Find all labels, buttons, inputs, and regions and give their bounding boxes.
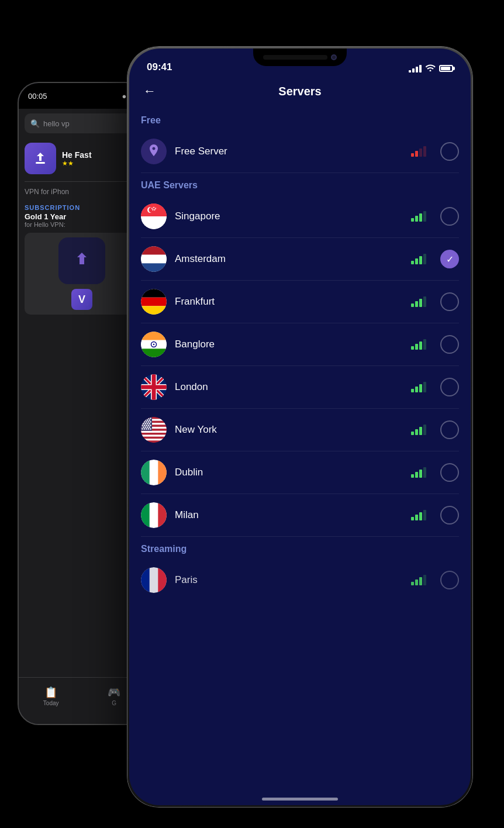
svg-rect-51 bbox=[141, 434, 167, 436]
signal-bar-3 bbox=[416, 67, 418, 73]
server-item-dublin[interactable]: Dublin bbox=[141, 451, 459, 494]
banglore-select[interactable] bbox=[440, 335, 459, 354]
du-sig-4 bbox=[423, 467, 426, 478]
background-phone: 00:05 ●●● 🔍 hello vp He Fast ★★ bbox=[18, 82, 146, 725]
am-sig-1 bbox=[411, 261, 414, 264]
svg-rect-98 bbox=[141, 567, 150, 593]
pa-sig-2 bbox=[415, 579, 418, 585]
svg-point-73 bbox=[149, 423, 150, 424]
paris-select[interactable] bbox=[440, 571, 459, 589]
svg-point-66 bbox=[144, 421, 145, 422]
svg-point-82 bbox=[149, 426, 150, 427]
wifi-icon bbox=[425, 63, 436, 73]
back-button[interactable]: ← bbox=[143, 84, 156, 99]
amsterdam-signal bbox=[411, 254, 426, 264]
free-server-signal bbox=[411, 146, 426, 157]
am-sig-4 bbox=[423, 254, 426, 264]
dublin-signal bbox=[411, 467, 426, 478]
frankfurt-signal bbox=[411, 296, 426, 307]
svg-point-67 bbox=[146, 421, 147, 422]
bg-thumbnail: V bbox=[25, 233, 139, 315]
ny-sig-2 bbox=[415, 429, 418, 435]
milan-select[interactable] bbox=[440, 506, 459, 525]
server-item-paris[interactable]: Paris bbox=[141, 559, 459, 601]
singapore-signal bbox=[411, 211, 426, 222]
svg-point-72 bbox=[147, 423, 148, 424]
svg-rect-50 bbox=[141, 433, 167, 434]
new-york-server-name: New York bbox=[175, 424, 403, 436]
svg-point-85 bbox=[146, 428, 147, 429]
svg-point-29 bbox=[153, 344, 154, 345]
signal-bar-1 bbox=[409, 70, 411, 73]
notch-pill bbox=[263, 55, 327, 60]
frankfurt-select[interactable] bbox=[440, 292, 459, 311]
bg-search-text: hello vp bbox=[43, 119, 70, 128]
server-item-free[interactable]: Free Server bbox=[141, 130, 459, 173]
svg-point-81 bbox=[147, 426, 148, 427]
bg-search-icon: 🔍 bbox=[30, 119, 40, 128]
sig-bar-3 bbox=[419, 149, 422, 157]
paris-signal bbox=[411, 575, 426, 585]
phone-screen: 09:41 bbox=[129, 49, 471, 805]
server-item-frankfurt[interactable]: Frankfurt bbox=[141, 281, 459, 323]
battery-fill bbox=[441, 67, 450, 70]
svg-rect-99 bbox=[158, 567, 167, 593]
flag-paris bbox=[141, 567, 167, 593]
dublin-select[interactable] bbox=[440, 463, 459, 482]
signal-bar-2 bbox=[412, 68, 415, 73]
bg-sub-label: SUBSCRIPTION bbox=[19, 199, 145, 212]
lo-sig-2 bbox=[415, 387, 418, 392]
pa-sig-3 bbox=[419, 577, 422, 585]
du-sig-3 bbox=[419, 470, 422, 478]
checkmark-icon: ✓ bbox=[446, 254, 454, 265]
home-indicator bbox=[262, 798, 338, 801]
flag-dublin bbox=[141, 460, 167, 485]
sg-sig-4 bbox=[423, 211, 426, 222]
svg-point-74 bbox=[141, 425, 143, 426]
battery-icon bbox=[439, 65, 453, 72]
notch-dot bbox=[331, 54, 337, 60]
bn-sig-1 bbox=[411, 346, 414, 350]
bg-tab-today[interactable]: 📋 Today bbox=[43, 686, 59, 706]
banglore-signal bbox=[411, 339, 426, 350]
free-server-select[interactable] bbox=[440, 142, 459, 161]
svg-point-59 bbox=[148, 418, 149, 419]
server-item-amsterdam[interactable]: Amsterdam ✓ bbox=[141, 238, 459, 281]
mi-sig-1 bbox=[411, 517, 414, 520]
flag-frankfurt bbox=[141, 289, 167, 315]
bg-tab-g[interactable]: 🎮 G bbox=[108, 686, 120, 706]
status-time: 09:41 bbox=[147, 61, 172, 73]
amsterdam-server-name: Amsterdam bbox=[175, 253, 403, 265]
london-server-name: London bbox=[175, 381, 403, 393]
server-item-banglore[interactable]: Banglore bbox=[141, 323, 459, 366]
flag-london bbox=[141, 374, 167, 400]
svg-rect-53 bbox=[141, 439, 167, 440]
sg-sig-2 bbox=[415, 216, 418, 222]
svg-rect-39 bbox=[152, 374, 156, 400]
server-item-new-york[interactable]: New York bbox=[141, 409, 459, 451]
fr-sig-1 bbox=[411, 303, 414, 307]
signal-bars bbox=[409, 64, 422, 73]
frankfurt-server-name: Frankfurt bbox=[175, 296, 403, 308]
svg-point-76 bbox=[146, 425, 147, 426]
bg-app-item[interactable]: He Fast ★★ bbox=[19, 138, 145, 179]
london-select[interactable] bbox=[440, 378, 459, 396]
bg-search-bar[interactable]: 🔍 hello vp bbox=[25, 113, 139, 133]
free-server-name: Free Server bbox=[175, 146, 403, 157]
svg-point-58 bbox=[146, 418, 147, 419]
bn-sig-2 bbox=[415, 344, 418, 350]
header: ← Servers bbox=[129, 78, 471, 108]
svg-point-86 bbox=[148, 428, 149, 429]
server-item-milan[interactable]: Milan bbox=[141, 494, 459, 537]
server-item-singapore[interactable]: Singapore bbox=[141, 195, 459, 238]
sig-bar-1 bbox=[411, 153, 414, 157]
singapore-select[interactable] bbox=[440, 207, 459, 226]
svg-point-62 bbox=[145, 419, 146, 420]
svg-point-79 bbox=[143, 426, 144, 427]
sg-sig-1 bbox=[411, 218, 414, 222]
ny-sig-3 bbox=[419, 427, 422, 435]
server-item-london[interactable]: London bbox=[141, 366, 459, 409]
new-york-select[interactable] bbox=[440, 420, 459, 439]
amsterdam-select[interactable]: ✓ bbox=[440, 250, 459, 268]
svg-point-56 bbox=[141, 418, 143, 419]
